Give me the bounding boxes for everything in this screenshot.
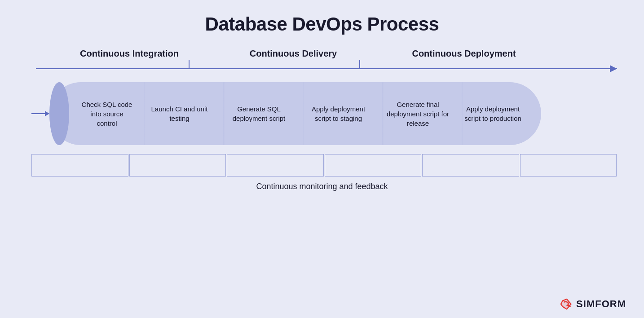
segment-2-text: Launch CI and unit testing <box>140 104 219 123</box>
segment-6-text: Apply deployment script to production <box>458 104 528 123</box>
segment-2: Launch CI and unit testing <box>136 82 223 145</box>
cylinder-container: Check SQL code into source control Launc… <box>49 78 617 150</box>
feedback-area: Continuous monitoring and feedback <box>27 154 617 191</box>
diagram-area: Continuous Integration Continuous Delive… <box>27 49 617 309</box>
segment-4: Apply deployment script to staging <box>295 82 382 145</box>
arrow-tip <box>610 65 617 72</box>
simform-text: SIMFORM <box>576 298 626 310</box>
feedback-box-5 <box>422 154 519 177</box>
phase-label-cd: Continuous Delivery <box>215 49 372 59</box>
page: Database DevOps Process Continuous Integ… <box>0 0 644 318</box>
feedback-label: Continuous monitoring and feedback <box>256 182 388 191</box>
divider-tick-1 <box>189 60 190 69</box>
segment-5-text: Generate final deployment script for rel… <box>379 100 457 128</box>
feedback-box-3 <box>227 154 324 177</box>
phase-labels-row: Continuous Integration Continuous Delive… <box>27 49 617 59</box>
feedback-box-1 <box>31 154 128 177</box>
input-arrow-line <box>31 113 45 114</box>
input-arrow-head <box>45 111 49 116</box>
phase-label-ci: Continuous Integration <box>57 49 201 59</box>
segment-1-text: Check SQL code into source control <box>63 100 139 128</box>
pipeline-row: Check SQL code into source control Launc… <box>27 78 617 150</box>
page-title: Database DevOps Process <box>205 13 439 35</box>
segment-3: Generate SQL deployment script <box>215 82 303 145</box>
segment-3-text: Generate SQL deployment script <box>220 104 298 123</box>
pipeline-arrow <box>36 63 617 74</box>
divider-tick-2 <box>359 60 360 69</box>
feedback-box-4 <box>325 154 422 177</box>
simform-logo: SIMFORM <box>560 298 626 310</box>
segment-5: Generate final deployment script for rel… <box>374 82 462 145</box>
input-arrow <box>31 111 49 116</box>
segment-1: Check SQL code into source control <box>49 82 144 145</box>
feedback-boxes <box>31 154 617 177</box>
feedback-box-6 <box>520 154 617 177</box>
feedback-box-2 <box>129 154 226 177</box>
arrow-track <box>36 68 617 69</box>
phase-label-cdeploy: Continuous Deployment <box>385 49 543 59</box>
segment-6: Apply deployment script to production <box>454 82 541 145</box>
segment-4-text: Apply deployment script to staging <box>299 104 378 123</box>
simform-icon <box>560 298 573 310</box>
